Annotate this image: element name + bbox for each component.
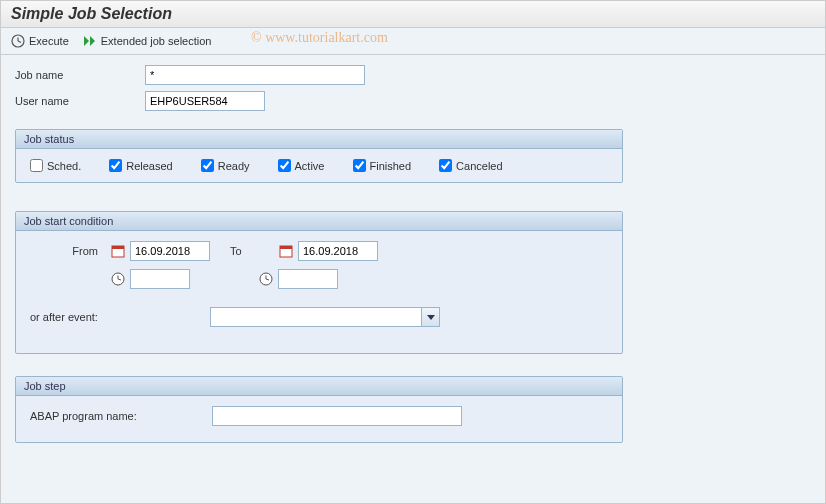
sched-checkbox-input[interactable] [30, 159, 43, 172]
job-status-title: Job status [16, 130, 622, 149]
user-name-input[interactable] [145, 91, 265, 111]
released-checkbox-input[interactable] [109, 159, 122, 172]
status-checkbox-row: Sched. Released Ready Active [30, 159, 608, 172]
from-label: From [30, 245, 110, 257]
job-step-title: Job step [16, 377, 622, 396]
svg-marker-4 [90, 36, 95, 46]
from-time-input[interactable] [130, 269, 190, 289]
active-label: Active [295, 160, 325, 172]
after-event-row: or after event: [30, 307, 608, 327]
after-event-label: or after event: [30, 311, 210, 323]
from-date-icon[interactable] [110, 243, 126, 259]
abap-label: ABAP program name: [30, 410, 212, 422]
finished-checkbox-input[interactable] [353, 159, 366, 172]
job-name-label: Job name [15, 69, 145, 81]
canceled-checkbox-input[interactable] [439, 159, 452, 172]
to-time-input[interactable] [278, 269, 338, 289]
after-event-combo[interactable] [210, 307, 440, 327]
active-checkbox[interactable]: Active [278, 159, 325, 172]
finished-label: Finished [370, 160, 412, 172]
job-name-input[interactable] [145, 65, 365, 85]
svg-rect-6 [112, 246, 124, 249]
sched-checkbox[interactable]: Sched. [30, 159, 81, 172]
extended-label: Extended job selection [101, 35, 212, 47]
to-date-icon[interactable] [278, 243, 294, 259]
form-body: Job name User name Job status Sched. Rel… [1, 55, 825, 453]
active-checkbox-input[interactable] [278, 159, 291, 172]
canceled-label: Canceled [456, 160, 502, 172]
svg-marker-15 [427, 315, 435, 320]
user-name-label: User name [15, 95, 145, 107]
to-time-icon[interactable] [258, 271, 274, 287]
from-to-time-row [30, 269, 608, 289]
user-name-row: User name [15, 91, 811, 111]
ready-checkbox[interactable]: Ready [201, 159, 250, 172]
watermark-text: © www.tutorialkart.com [251, 30, 388, 46]
chevron-down-icon [426, 312, 436, 322]
from-date-input[interactable] [130, 241, 210, 261]
svg-rect-8 [280, 246, 292, 249]
execute-icon [11, 34, 25, 48]
page-title-bar: Simple Job Selection [1, 1, 825, 28]
page-title: Simple Job Selection [11, 5, 172, 22]
job-name-row: Job name [15, 65, 811, 85]
sched-label: Sched. [47, 160, 81, 172]
from-to-date-row: From To [30, 241, 608, 261]
abap-row: ABAP program name: [30, 406, 608, 426]
extended-icon [83, 34, 97, 48]
toolbar: Execute Extended job selection © www.tut… [1, 28, 825, 55]
svg-marker-3 [84, 36, 89, 46]
execute-label: Execute [29, 35, 69, 47]
canceled-checkbox[interactable]: Canceled [439, 159, 502, 172]
ready-checkbox-input[interactable] [201, 159, 214, 172]
job-status-group: Job status Sched. Released Ready [15, 129, 623, 183]
job-step-group: Job step ABAP program name: [15, 376, 623, 443]
combo-dropdown-button[interactable] [421, 308, 439, 326]
to-label: To [230, 245, 258, 257]
app-window: Simple Job Selection Execute Extended jo… [0, 0, 826, 504]
execute-button[interactable]: Execute [11, 34, 69, 48]
finished-checkbox[interactable]: Finished [353, 159, 412, 172]
released-checkbox[interactable]: Released [109, 159, 172, 172]
to-date-input[interactable] [298, 241, 378, 261]
released-label: Released [126, 160, 172, 172]
abap-program-input[interactable] [212, 406, 462, 426]
extended-selection-button[interactable]: Extended job selection [83, 34, 212, 48]
svg-line-2 [18, 41, 21, 43]
ready-label: Ready [218, 160, 250, 172]
job-start-group: Job start condition From To [15, 211, 623, 354]
from-time-icon[interactable] [110, 271, 126, 287]
job-start-title: Job start condition [16, 212, 622, 231]
